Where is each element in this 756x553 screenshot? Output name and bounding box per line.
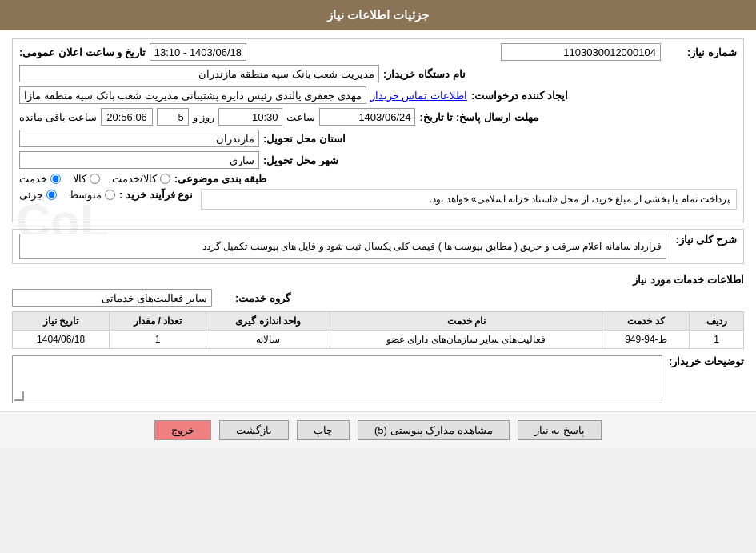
creator-label: ایجاد کننده درخواست:: [471, 90, 568, 102]
buyer-description-row: توضیحات خریدار:: [12, 355, 744, 403]
date-label: تاریخ و ساعت اعلان عمومی:: [19, 46, 146, 58]
services-table: ردیف کد خدمت نام خدمت واحد اندازه گیری ت…: [12, 311, 744, 349]
purchase-type-label: نوع فرآیند خرید :: [119, 189, 193, 201]
reply-button[interactable]: پاسخ به نیاز: [518, 420, 602, 440]
buyer-org-field: مدیریت شعب بانک سپه منطقه مازندران: [19, 65, 379, 82]
deadline-remaining-label: ساعت باقی مانده: [19, 111, 97, 123]
purchase-type-medium[interactable]: متوسط: [69, 189, 115, 201]
col-unit: واحد اندازه گیری: [206, 312, 330, 331]
need-number-field: 1103030012000104: [501, 43, 661, 61]
buyer-org-label: نام دستگاه خریدار:: [383, 68, 466, 80]
col-quantity: تعداد / مقدار: [110, 312, 206, 331]
col-service-name: نام خدمت: [330, 312, 602, 331]
resize-handle[interactable]: [14, 391, 24, 401]
back-button[interactable]: بازگشت: [219, 420, 289, 440]
col-index: ردیف: [690, 312, 744, 331]
deadline-days-field: 5: [157, 108, 189, 126]
purchase-type-radio-group: متوسط جزئی: [19, 189, 115, 201]
deadline-time-field: 10:30: [218, 108, 282, 126]
creator-field: مهدی جعفری پالندی رئیس دایره پشتیبانی مد…: [19, 86, 366, 104]
date-field: 1403/06/18 - 13:10: [150, 43, 246, 61]
notice-box: پرداخت تمام یا بخشی از مبلغ خرید، از محل…: [201, 189, 737, 210]
col-service-code: کد خدمت: [602, 312, 690, 331]
print-button[interactable]: چاپ: [297, 420, 350, 440]
table-row: 1 ط-94-949 فعالیت‌های سایر سازمان‌های دا…: [13, 331, 744, 349]
category-radio-kala-khedmat[interactable]: کالا/خدمت: [112, 173, 170, 185]
description-section: شرح کلی نیاز: قرارداد سامانه اعلام سرقت …: [12, 229, 744, 264]
need-number-label: شماره نیاز:: [665, 46, 737, 58]
category-label: طبقه بندی موضوعی:: [174, 173, 267, 185]
deadline-label: مهلت ارسال پاسخ: تا تاریخ:: [419, 111, 538, 123]
deadline-day-label: روز و: [193, 111, 215, 123]
deadline-date-field: 1403/06/24: [319, 108, 415, 126]
page-title: جزئیات اطلاعات نیاز: [327, 8, 429, 22]
col-date: تاریخ نیاز: [13, 312, 110, 331]
exit-button[interactable]: خروج: [154, 420, 211, 440]
description-label: شرح کلی نیاز:: [673, 234, 737, 246]
city-field: ساری: [19, 151, 259, 169]
creator-contact-link[interactable]: اطلاعات تماس خریدار: [370, 90, 467, 102]
buyer-desc-label: توضیحات خریدار:: [669, 355, 744, 367]
category-radio-khedmat[interactable]: خدمت: [19, 173, 61, 185]
category-radio-kala[interactable]: کالا: [73, 173, 100, 185]
view-docs-button[interactable]: مشاهده مدارک پیوستی (5): [358, 420, 510, 440]
deadline-time-label: ساعت: [286, 111, 315, 123]
cell-service-code: ط-94-949: [602, 331, 690, 349]
buyer-desc-box[interactable]: [12, 355, 662, 403]
city-label: شهر محل تحویل:: [263, 154, 338, 166]
service-group-label: گروه خدمت:: [218, 292, 290, 304]
service-info-title: اطلاعات خدمات مورد نیاز: [12, 270, 744, 289]
province-field: مازندران: [19, 130, 259, 147]
service-group-field: سایر فعالیت‌های خدماتی: [12, 289, 212, 307]
province-label: استان محل تحویل:: [263, 133, 346, 145]
cell-quantity: 1: [110, 331, 206, 349]
page-header: جزئیات اطلاعات نیاز: [0, 0, 756, 30]
description-field: قرارداد سامانه اعلام سرقت و حریق ( مطابق…: [19, 234, 666, 259]
purchase-type-partial[interactable]: جزئی: [19, 189, 57, 201]
cell-service-name: فعالیت‌های سایر سازمان‌های دارای عضو: [330, 331, 602, 349]
footer-buttons: پاسخ به نیاز مشاهده مدارک پیوستی (5) چاپ…: [0, 411, 756, 448]
cell-unit: سالانه: [206, 331, 330, 349]
cell-index: 1: [690, 331, 744, 349]
service-group-row: گروه خدمت: سایر فعالیت‌های خدماتی: [12, 289, 744, 307]
cell-date: 1404/06/18: [13, 331, 110, 349]
deadline-remaining-field: 20:56:06: [101, 108, 153, 126]
category-radio-group: کالا/خدمت کالا خدمت: [19, 173, 170, 185]
